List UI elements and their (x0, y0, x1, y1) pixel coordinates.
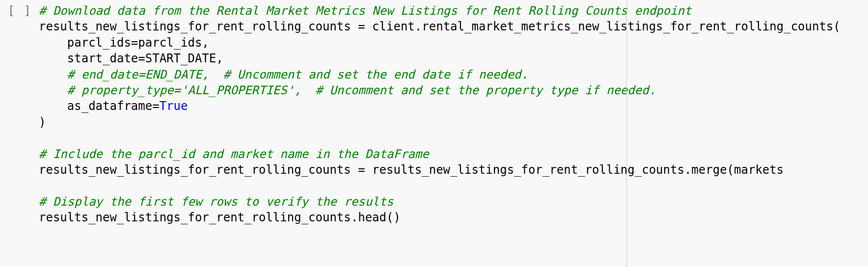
code-cell: [ ] # Download data from the Rental Mark… (0, 0, 868, 225)
code-token: = (138, 52, 145, 65)
code-token: results_new_listings_for_rent_rolling_co… (365, 163, 684, 177)
code-token: . (351, 211, 358, 224)
code-token: markets (734, 163, 784, 177)
code-line[interactable]: results_new_listings_for_rent_rolling_co… (39, 19, 868, 34)
code-token: = (358, 20, 365, 33)
code-token: ) (39, 115, 46, 129)
code-line[interactable]: parcl_ids=parcl_ids, (39, 35, 868, 51)
code-line[interactable]: # Download data from the Rental Market M… (39, 3, 868, 19)
code-token: client (365, 20, 415, 33)
code-line[interactable]: # property_type='ALL_PROPERTIES', # Unco… (39, 82, 868, 98)
code-token: results_new_listings_for_rent_rolling_co… (39, 163, 358, 177)
code-token: results_new_listings_for_rent_rolling_co… (39, 20, 358, 33)
code-token: # Include the parcl_id and market name i… (39, 147, 429, 161)
execution-indicator[interactable]: [ ] (0, 3, 37, 19)
code-editor[interactable]: # Download data from the Rental Market M… (37, 3, 868, 225)
code-token: as_dataframe (39, 99, 152, 113)
code-token (39, 131, 46, 145)
code-line[interactable] (39, 130, 868, 146)
code-token: # end_date=END_DATE, # Uncomment and set… (67, 68, 528, 81)
code-token: . (415, 20, 422, 33)
code-token: parcl_ids (138, 36, 202, 50)
code-token: head (358, 211, 386, 224)
code-token: # property_type='ALL_PROPERTIES', # Unco… (67, 83, 656, 97)
code-line[interactable]: results_new_listings_for_rent_rolling_co… (39, 162, 868, 178)
code-token: ( (727, 163, 734, 177)
code-token: rental_market_metrics_new_listings_for_r… (422, 20, 841, 33)
code-token (39, 179, 46, 192)
code-line[interactable]: results_new_listings_for_rent_rolling_co… (39, 210, 868, 225)
code-token: = (131, 36, 138, 50)
code-line[interactable]: start_date=START_DATE, (39, 51, 868, 66)
code-token: merge (691, 163, 727, 177)
code-token: # Download data from the Rental Market M… (39, 4, 691, 18)
code-line[interactable]: ) (39, 114, 868, 130)
code-token: results_new_listings_for_rent_rolling_co… (39, 211, 351, 224)
code-token: # Display the first few rows to verify t… (39, 195, 393, 209)
code-line[interactable] (39, 178, 868, 193)
code-token: start_date (39, 52, 138, 65)
code-token: True (160, 99, 188, 113)
code-token (39, 83, 67, 97)
code-token (39, 68, 67, 81)
code-line[interactable]: as_dataframe=True (39, 98, 868, 114)
code-token: . (684, 163, 691, 177)
code-line[interactable]: # end_date=END_DATE, # Uncomment and set… (39, 67, 868, 82)
code-line[interactable]: # Include the parcl_id and market name i… (39, 146, 868, 162)
code-line[interactable]: # Display the first few rows to verify t… (39, 194, 868, 210)
code-token: , (202, 36, 209, 50)
code-token: parcl_ids (39, 36, 131, 50)
code-token: , (216, 52, 223, 65)
code-token: = (358, 163, 365, 177)
code-token: = (152, 99, 159, 113)
code-token: START_DATE (145, 52, 217, 65)
code-token: () (386, 211, 401, 224)
